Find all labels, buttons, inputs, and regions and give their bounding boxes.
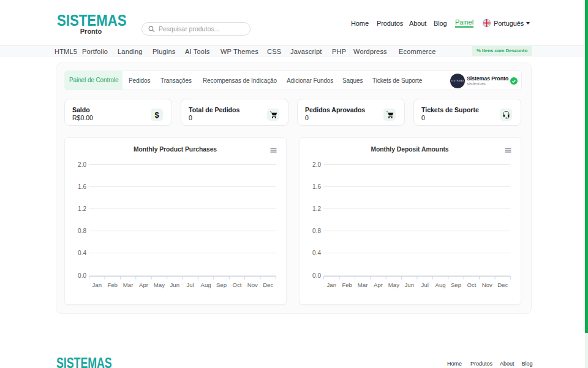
svg-text:Jul: Jul [421,282,429,288]
svg-text:0.0: 0.0 [312,272,321,279]
svg-text:Jun: Jun [170,282,179,288]
svg-text:0.8: 0.8 [78,228,86,234]
svg-text:Nov: Nov [482,282,492,288]
svg-text:Jan: Jan [92,282,102,288]
svg-text:1.2: 1.2 [312,205,321,212]
svg-text:0.8: 0.8 [312,228,321,234]
svg-text:Dec: Dec [497,282,508,288]
svg-text:1.6: 1.6 [78,183,86,190]
svg-text:1.2: 1.2 [78,205,86,212]
svg-text:Monthly Deposit Amounts: Monthly Deposit Amounts [371,146,448,153]
svg-text:Monthly Product Purchases: Monthly Product Purchases [134,146,217,153]
svg-text:Oct: Oct [232,282,241,288]
svg-text:Mar: Mar [358,282,368,288]
svg-text:Jun: Jun [405,282,414,288]
svg-text:Mar: Mar [123,282,134,288]
svg-text:Feb: Feb [342,282,352,288]
svg-text:Nov: Nov [247,282,258,288]
svg-text:Oct: Oct [467,282,476,288]
svg-text:Feb: Feb [107,282,118,288]
svg-text:Sep: Sep [451,282,461,288]
svg-text:0.4: 0.4 [78,250,86,256]
svg-text:0.0: 0.0 [78,272,86,279]
svg-text:Aug: Aug [201,282,211,288]
svg-text:2.0: 2.0 [312,161,321,168]
svg-text:Dec: Dec [263,282,273,288]
svg-text:Jan: Jan [327,282,336,288]
svg-text:2.0: 2.0 [78,161,86,168]
svg-text:Jul: Jul [187,282,194,288]
svg-text:1.6: 1.6 [312,183,321,190]
svg-text:Apr: Apr [139,282,149,288]
svg-text:Apr: Apr [374,282,383,288]
svg-text:May: May [388,282,399,288]
svg-text:Sep: Sep [216,282,227,288]
svg-text:0.4: 0.4 [312,250,321,256]
svg-text:May: May [154,282,165,288]
svg-text:Aug: Aug [435,282,446,288]
